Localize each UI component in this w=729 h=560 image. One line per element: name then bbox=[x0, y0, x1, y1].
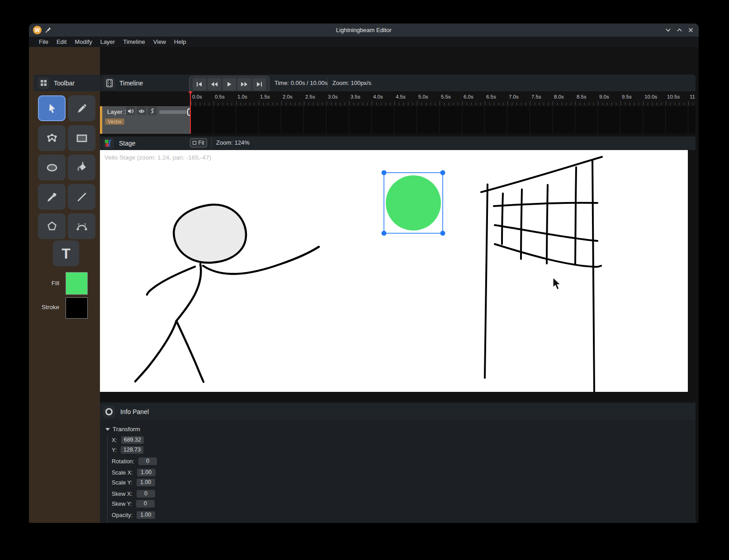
field-value-input[interactable]: 1.00 bbox=[137, 469, 156, 476]
playhead[interactable] bbox=[190, 91, 191, 134]
app-logo-icon[interactable]: W bbox=[33, 26, 42, 34]
field-value-input[interactable]: 1.00 bbox=[137, 479, 155, 486]
fit-button[interactable]: Fit bbox=[190, 138, 207, 147]
ruler-label: 2.5s bbox=[305, 94, 315, 99]
polygon-tool-button[interactable] bbox=[38, 213, 66, 239]
menu-item-view[interactable]: View bbox=[149, 38, 170, 46]
transform-section-header[interactable]: Transform bbox=[105, 426, 140, 433]
maximize-icon[interactable] bbox=[676, 27, 683, 34]
ruler-tick bbox=[498, 103, 499, 105]
fast-forward-button[interactable] bbox=[237, 78, 251, 90]
ruler-tick bbox=[440, 101, 440, 105]
ruler-label: 5.5s bbox=[441, 94, 451, 99]
title-bar: W Lightningbeam Editor bbox=[29, 24, 699, 37]
speaker-icon bbox=[128, 108, 134, 114]
skip-to-start-button[interactable] bbox=[193, 78, 206, 90]
ruler-tick bbox=[566, 103, 567, 105]
ruler-tick bbox=[268, 103, 268, 105]
ruler-tick bbox=[336, 103, 336, 105]
ruler-label: 7.0s bbox=[509, 94, 519, 99]
ruler-tick bbox=[290, 103, 291, 105]
timeline-title: Timeline bbox=[119, 80, 143, 87]
ruler-tick bbox=[417, 101, 417, 105]
selection-handle-nw[interactable] bbox=[382, 170, 387, 175]
text-tool-button[interactable]: T bbox=[53, 240, 79, 266]
field-value-input[interactable]: 0 bbox=[137, 490, 155, 498]
layer-row[interactable]: Layer 1 Vector bbox=[100, 106, 190, 134]
menu-item-file[interactable]: File bbox=[35, 38, 52, 46]
toolbar-title: Toolbar bbox=[54, 80, 75, 87]
ruler-label: 3.0s bbox=[328, 94, 338, 99]
ellipse-icon bbox=[45, 161, 59, 174]
pin-icon[interactable] bbox=[45, 27, 52, 33]
ruler-tick bbox=[571, 103, 571, 105]
ruler-tick bbox=[331, 103, 331, 105]
menu-item-edit[interactable]: Edit bbox=[52, 38, 71, 46]
ruler-tick bbox=[693, 103, 693, 105]
paint-bucket-tool-button[interactable] bbox=[68, 155, 95, 180]
volleyball-net-drawing[interactable] bbox=[481, 157, 602, 392]
eyedropper-tool-button[interactable] bbox=[38, 184, 66, 210]
ruler-tick bbox=[191, 101, 191, 105]
ruler-tick bbox=[254, 103, 255, 105]
ruler-label: 0.5s bbox=[215, 94, 225, 99]
stage-icon bbox=[103, 138, 114, 149]
ruler-tick bbox=[245, 103, 246, 105]
ruler-tick bbox=[394, 101, 395, 105]
collapse-triangle-icon bbox=[105, 428, 110, 431]
selection-handle-sw[interactable] bbox=[382, 231, 387, 236]
ruler-tick bbox=[494, 103, 494, 105]
ellipse-tool-button[interactable] bbox=[38, 155, 66, 180]
ruler-label: 8.5s bbox=[577, 94, 587, 99]
field-label: Scale X: bbox=[112, 470, 133, 476]
playback-controls bbox=[189, 76, 270, 93]
ruler-tick bbox=[286, 103, 286, 105]
layer-visibility-button[interactable] bbox=[137, 107, 146, 115]
rectangle-tool-button[interactable] bbox=[68, 125, 95, 151]
field-value-input[interactable]: 0 bbox=[136, 500, 155, 508]
skip-to-end-button[interactable] bbox=[252, 78, 266, 90]
stroke-color-swatch[interactable] bbox=[66, 297, 88, 319]
stage-canvas[interactable]: Vello Stage (zoom: 1.24, pan: -165,-47) bbox=[100, 150, 688, 392]
green-circle-shape[interactable] bbox=[386, 175, 441, 231]
ruler-tick bbox=[489, 103, 490, 105]
path-node-tool-button[interactable] bbox=[38, 125, 66, 151]
field-value-input[interactable]: 689.32 bbox=[121, 436, 144, 444]
layer-opacity-slider[interactable] bbox=[159, 110, 187, 114]
rewind-button[interactable] bbox=[208, 78, 221, 90]
menu-item-modify[interactable]: Modify bbox=[71, 38, 96, 46]
line-tool-button[interactable] bbox=[68, 184, 95, 210]
layer-audio-button[interactable] bbox=[126, 107, 135, 115]
ruler-tick bbox=[299, 103, 300, 105]
select-tool-button[interactable] bbox=[38, 95, 66, 121]
menu-item-layer[interactable]: Layer bbox=[96, 38, 119, 46]
ruler-label: 7.5s bbox=[531, 94, 541, 99]
menu-item-timeline[interactable]: Timeline bbox=[119, 38, 149, 46]
shape-section-header[interactable]: Shape bbox=[105, 522, 130, 523]
stick-figure-drawing[interactable] bbox=[135, 205, 319, 382]
selection-handle-ne[interactable] bbox=[440, 170, 445, 175]
ruler-tick bbox=[648, 103, 648, 105]
close-icon[interactable] bbox=[687, 27, 694, 34]
stage-panel-header: Stage bbox=[100, 136, 696, 150]
selection-handle-se[interactable] bbox=[440, 231, 445, 236]
ruler-tick bbox=[688, 101, 689, 105]
layer-link-button[interactable] bbox=[147, 107, 157, 115]
field-value-input[interactable]: 1.00 bbox=[137, 511, 155, 519]
ruler-tick bbox=[602, 103, 603, 105]
ruler-tick bbox=[652, 103, 653, 105]
menu-item-help[interactable]: Help bbox=[170, 38, 190, 46]
ruler-tick bbox=[281, 101, 282, 105]
minimize-icon[interactable] bbox=[664, 27, 672, 34]
ruler-label: 1.0s bbox=[237, 94, 247, 99]
ruler-tick bbox=[670, 103, 671, 105]
field-value-input[interactable]: 128.73 bbox=[121, 446, 143, 454]
track-lane[interactable] bbox=[190, 106, 696, 134]
fill-color-swatch[interactable] bbox=[66, 272, 88, 295]
pencil-tool-button[interactable] bbox=[68, 95, 95, 121]
ruler-tick bbox=[449, 103, 449, 105]
curve-tool-button[interactable] bbox=[68, 213, 95, 239]
ruler-tick bbox=[222, 103, 223, 105]
field-value-input[interactable]: 0 bbox=[138, 457, 157, 465]
play-button[interactable] bbox=[222, 78, 236, 90]
